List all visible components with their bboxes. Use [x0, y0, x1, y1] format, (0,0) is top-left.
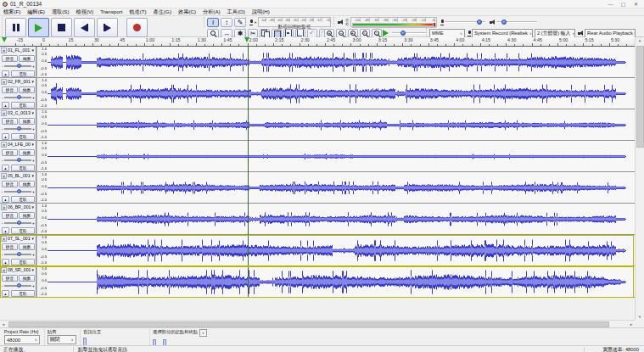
zoom-selection-button[interactable]: ▪ — [348, 29, 358, 38]
selection-tool-button[interactable]: I — [207, 18, 219, 27]
track-solo-button[interactable]: 獨奏 — [19, 243, 35, 250]
stop-button[interactable] — [51, 18, 72, 37]
track-menu-arrow-icon[interactable]: ▼ — [31, 236, 35, 242]
cut-button[interactable]: ✂ — [248, 29, 258, 38]
waveform-canvas[interactable] — [48, 47, 635, 298]
track-solo-button[interactable]: 獨奏 — [19, 212, 35, 219]
audio-host-select[interactable]: MME∨ — [429, 29, 465, 38]
track-mute-button[interactable]: 靜音 — [2, 149, 18, 156]
track-menu-arrow-icon[interactable]: ▼ — [31, 47, 35, 53]
track-name[interactable]: 01_FL_00134 — [8, 47, 31, 53]
vertical-scrollbar[interactable]: ▲ ▼ — [635, 37, 644, 320]
menu-item-8[interactable]: 效果(C) — [175, 8, 199, 15]
gain-slider-thumb[interactable] — [17, 95, 22, 100]
gain-slider-thumb[interactable] — [17, 126, 22, 131]
envelope-tool-button[interactable]: ↕ — [221, 18, 232, 27]
copy-button[interactable] — [260, 29, 270, 38]
close-button[interactable]: ✕ — [630, 0, 642, 8]
track-close-button[interactable]: ✕ — [1, 79, 7, 85]
track-close-button[interactable]: ✕ — [1, 173, 7, 179]
gain-slider-thumb[interactable] — [17, 221, 22, 226]
menu-item-1[interactable]: 檔案(F) — [0, 8, 24, 15]
track-select-button[interactable]: 選取 — [11, 70, 35, 77]
play-at-speed-button[interactable] — [380, 29, 390, 38]
track-solo-button[interactable]: 獨奏 — [19, 181, 35, 187]
skip-start-button[interactable] — [74, 18, 95, 37]
menu-item-2[interactable]: 編輯(E) — [24, 8, 48, 15]
minimize-button[interactable]: — — [604, 0, 617, 8]
track-collapse-button[interactable]: ▲ — [2, 259, 9, 265]
track-gain-slider[interactable]: -+ — [2, 188, 35, 195]
track-select-button[interactable]: 選取 — [11, 102, 35, 109]
timeline-ruler[interactable]: -1501530451:001:151:301:452:002:152:302:… — [0, 37, 635, 47]
track-name[interactable]: 02_FR_00134 — [8, 79, 31, 85]
track-mute-button[interactable]: 靜音 — [2, 118, 18, 125]
track-close-button[interactable]: ✕ — [1, 267, 7, 273]
track-name[interactable]: 06_BR_00134 — [8, 204, 31, 210]
maximize-button[interactable]: ▢ — [617, 0, 630, 8]
record-button[interactable] — [126, 18, 148, 37]
timeline-pin-indicator-icon[interactable] — [2, 37, 7, 42]
recording-device-select[interactable]: System Record (Realtek∨ — [472, 29, 533, 38]
recording-volume-slider[interactable] — [445, 19, 485, 25]
pause-button[interactable] — [5, 18, 26, 37]
zoom-out-button[interactable]: − — [336, 29, 346, 38]
undo-button[interactable]: ↶ — [307, 29, 317, 38]
scroll-up-arrow[interactable]: ▲ — [638, 36, 641, 44]
track-gain-slider[interactable]: -+ — [2, 282, 35, 289]
track-collapse-button[interactable]: ▲ — [2, 133, 9, 140]
track-collapse-button[interactable]: ▲ — [2, 102, 9, 109]
recording-meter[interactable]: -54-48-42-36-30-24-18-12-6 點這以開始監視 — [258, 17, 331, 27]
project-rate-select[interactable]: 48000∨ — [4, 335, 40, 344]
track-name[interactable]: 08_SR_00134 — [8, 267, 31, 273]
playback-volume-slider[interactable] — [496, 19, 537, 25]
track-select-button[interactable]: 選取 — [11, 290, 35, 297]
track-solo-button[interactable]: 獨奏 — [19, 55, 35, 62]
menu-item-10[interactable]: 工具(O) — [224, 8, 249, 15]
track-collapse-button[interactable]: ▲ — [2, 227, 9, 234]
track-collapse-button[interactable]: ▲ — [2, 165, 9, 171]
gain-slider-thumb[interactable] — [17, 158, 22, 163]
track-mute-button[interactable]: 靜音 — [2, 275, 18, 282]
track-close-button[interactable]: ✕ — [1, 110, 7, 116]
track-menu-arrow-icon[interactable]: ▼ — [31, 267, 35, 273]
menu-item-6[interactable]: 軌道(T) — [126, 8, 149, 15]
time-shift-tool-button[interactable]: ↔ — [221, 29, 232, 38]
zoom-in-button[interactable]: + — [324, 29, 334, 38]
play-button[interactable] — [28, 18, 49, 37]
rec-meter-dropdown-arrow[interactable]: ▼ — [254, 20, 257, 25]
playhead-triangle-icon[interactable] — [244, 37, 249, 42]
gain-slider-thumb[interactable] — [17, 189, 22, 194]
playback-device-select[interactable]: Rear Audio Playback (R∨ — [585, 29, 636, 38]
track-menu-arrow-icon[interactable]: ▼ — [31, 204, 35, 210]
track-select-button[interactable]: 選取 — [11, 133, 35, 140]
track-gain-slider[interactable]: -+ — [2, 251, 35, 258]
track-mute-button[interactable]: 靜音 — [2, 55, 18, 62]
playback-meter[interactable]: -54-48-42-36-30-24-18-12-6 — [350, 17, 437, 27]
menu-item-11[interactable]: 說明(H) — [249, 8, 273, 15]
trim-button[interactable] — [283, 29, 294, 38]
track-gain-slider[interactable]: -+ — [2, 63, 35, 70]
track-mute-button[interactable]: 靜音 — [2, 181, 18, 187]
track-solo-button[interactable]: 獨奏 — [19, 149, 35, 156]
track-gain-slider[interactable]: -+ — [2, 94, 35, 101]
track-collapse-button[interactable]: ▲ — [2, 70, 9, 77]
draw-tool-button[interactable]: ✎ — [234, 18, 246, 27]
menu-item-7[interactable]: 產生(G) — [150, 8, 175, 15]
track-menu-arrow-icon[interactable]: ▼ — [31, 79, 35, 85]
track-gain-slider[interactable]: -+ — [2, 220, 35, 226]
track-solo-button[interactable]: 獨奏 — [19, 87, 35, 93]
track-solo-button[interactable]: 獨奏 — [19, 275, 35, 282]
gain-slider-thumb[interactable] — [17, 64, 22, 69]
track-select-button[interactable]: 選取 — [11, 196, 35, 203]
track-close-button[interactable]: ✕ — [1, 47, 7, 53]
track-mute-button[interactable]: 靜音 — [2, 243, 18, 250]
track-close-button[interactable]: ✕ — [1, 142, 7, 148]
track-collapse-button[interactable]: ▲ — [2, 290, 9, 297]
track-mute-button[interactable]: 靜音 — [2, 87, 18, 93]
zoom-project-button[interactable]: ▫ — [360, 29, 370, 38]
menu-item-4[interactable]: 檢視(V) — [73, 8, 98, 15]
skip-end-button[interactable] — [97, 18, 118, 37]
gain-slider-thumb[interactable] — [17, 283, 22, 288]
selection-options-dropdown[interactable]: ∨ — [199, 329, 207, 337]
